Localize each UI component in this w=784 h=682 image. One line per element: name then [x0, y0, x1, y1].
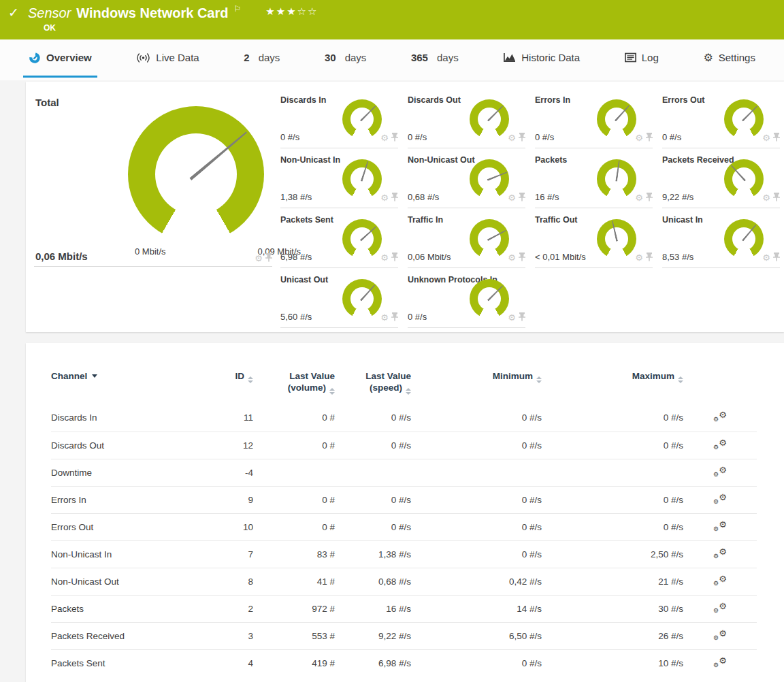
pin-icon[interactable] [773, 252, 780, 264]
column-header-last-value-speed[interactable]: Last Value (speed) [335, 355, 411, 404]
table-row[interactable]: Errors Out 10 0 # 0 #/s 0 #/s 0 #/s ⚙⚙ [51, 513, 757, 540]
channel-name[interactable]: Discards In [51, 404, 211, 432]
star-icon[interactable]: ☆ [308, 5, 318, 17]
table-row[interactable]: Errors In 9 0 # 0 #/s 0 #/s 0 #/s ⚙⚙ [51, 486, 757, 513]
table-row[interactable]: Packets Received 3 553 # 9,22 #/s 6,50 #… [51, 622, 757, 649]
star-icon[interactable]: ★ [276, 5, 287, 17]
gauge-settings-icon[interactable]: ⚙ [255, 255, 263, 263]
channel-name[interactable]: Downtime [51, 459, 211, 486]
channel-gauge-cell[interactable]: Traffic Out < 0,01 Mbit/s ⚙ [535, 208, 653, 268]
tab-overview[interactable]: Overview [23, 39, 97, 78]
priority-stars[interactable]: ★★★☆☆ [265, 4, 318, 19]
pin-icon[interactable] [519, 312, 525, 324]
gauge-settings-icon[interactable]: ⚙ [508, 314, 516, 322]
column-header-last-value-volume[interactable]: Last Value (volume) [253, 355, 335, 404]
table-row[interactable]: Packets Sent 4 419 # 6,98 #/s 0 #/s 10 #… [51, 649, 757, 677]
pin-icon[interactable] [391, 192, 398, 204]
channel-gauge-cell[interactable]: Unknown Protocols In 0 #/s ⚙ [408, 268, 525, 328]
gauge-settings-icon[interactable]: ⚙ [762, 194, 770, 202]
channel-settings-gears-icon[interactable]: ⚙⚙ [713, 466, 727, 478]
column-header-channel[interactable]: Channel [51, 355, 211, 404]
channel-name[interactable]: Errors Out [51, 513, 211, 540]
channel-gauge-cell[interactable]: Packets 16 #/s ⚙ [535, 148, 653, 208]
tab-live-data[interactable]: Live Data [131, 39, 204, 78]
gauge-settings-icon[interactable]: ⚙ [762, 254, 770, 262]
channel-settings-gears-icon[interactable]: ⚙⚙ [713, 656, 727, 668]
channel-id: 10 [211, 513, 253, 540]
tab-settings[interactable]: ⚙ Settings [698, 39, 761, 78]
gauge-settings-icon[interactable]: ⚙ [380, 314, 389, 322]
pin-icon[interactable] [646, 252, 653, 264]
gauge-settings-icon[interactable]: ⚙ [508, 254, 516, 262]
flag-icon[interactable]: ⚐ [233, 5, 241, 13]
channel-settings-gears-icon[interactable]: ⚙⚙ [713, 547, 727, 559]
channel-settings-gears-icon[interactable]: ⚙⚙ [713, 438, 727, 451]
channel-gauge-cell[interactable]: Unicast Out 5,60 #/s ⚙ [280, 268, 398, 328]
channel-gauge-cell[interactable]: Packets Received 9,22 #/s ⚙ [662, 148, 780, 208]
channel-settings-gears-icon[interactable]: ⚙⚙ [713, 629, 727, 641]
pin-icon[interactable] [519, 132, 525, 144]
pin-icon[interactable] [391, 252, 398, 264]
channel-name[interactable]: Packets Received [51, 622, 211, 649]
table-row[interactable]: Discards Out 12 0 # 0 #/s 0 #/s 0 #/s ⚙⚙ [51, 432, 757, 459]
channel-name[interactable]: Errors In [51, 486, 211, 513]
gauge-settings-icon[interactable]: ⚙ [635, 254, 643, 262]
pin-icon[interactable] [265, 253, 272, 265]
table-row[interactable]: Discards In 11 0 # 0 #/s 0 #/s 0 #/s ⚙⚙ [51, 404, 757, 432]
channel-gauge-cell[interactable]: Discards In 0 #/s ⚙ [280, 88, 398, 148]
gauge-settings-icon[interactable]: ⚙ [508, 134, 516, 142]
tab-30-days[interactable]: 30 days [319, 39, 372, 78]
channel-name[interactable]: Non-Unicast Out [51, 568, 211, 595]
channel-gauge-cell[interactable]: Traffic In 0,06 Mbit/s ⚙ [408, 208, 525, 268]
star-icon[interactable]: ★ [287, 5, 297, 17]
gauge-settings-icon[interactable]: ⚙ [635, 134, 643, 142]
pin-icon[interactable] [773, 132, 780, 144]
channel-gauge-cell[interactable]: Discards Out 0 #/s ⚙ [408, 88, 525, 148]
channel-gauge-cell[interactable]: Non-Unicast In 1,38 #/s ⚙ [280, 148, 398, 208]
pin-icon[interactable] [646, 192, 653, 204]
tab-log[interactable]: Log [619, 39, 664, 78]
channel-gauge-cell[interactable]: Errors Out 0 #/s ⚙ [662, 88, 780, 148]
table-row[interactable]: Non-Unicast In 7 83 # 1,38 #/s 0 #/s 2,5… [51, 540, 757, 568]
column-header-maximum[interactable]: Maximum [542, 355, 683, 404]
gauge-settings-icon[interactable]: ⚙ [762, 134, 770, 142]
channel-gauge-label: Unicast Out [280, 275, 328, 285]
tab-2-days[interactable]: 2 days [238, 39, 285, 78]
channel-name[interactable]: Packets Sent [51, 649, 211, 677]
channel-gauge-cell[interactable]: Unicast In 8,53 #/s ⚙ [662, 208, 780, 268]
gauge-settings-icon[interactable]: ⚙ [508, 194, 516, 202]
sort-icon [406, 388, 411, 395]
pin-icon[interactable] [519, 192, 525, 204]
channel-name[interactable]: Non-Unicast In [51, 540, 211, 568]
gauge-settings-icon[interactable]: ⚙ [635, 194, 643, 202]
table-row[interactable]: Downtime -4 ⚙⚙ [51, 459, 757, 486]
channel-settings-gears-icon[interactable]: ⚙⚙ [713, 493, 727, 505]
gauge-settings-icon[interactable]: ⚙ [380, 134, 389, 142]
total-gauge-cell[interactable]: Total 0 Mbit/s 0,09 Mbit/s 0,06 Mbit/s ⚙ [34, 88, 272, 267]
table-row[interactable]: Packets 2 972 # 16 #/s 14 #/s 30 #/s ⚙⚙ [51, 595, 757, 622]
pin-icon[interactable] [391, 312, 398, 324]
gauges-panel: Total 0 Mbit/s 0,09 Mbit/s 0,06 Mbit/s ⚙… [26, 82, 784, 332]
table-row[interactable]: Non-Unicast Out 8 41 # 0,68 #/s 0,42 #/s… [51, 568, 757, 595]
channel-gauge-cell[interactable]: Errors In 0 #/s ⚙ [535, 88, 653, 148]
channel-gauge-cell[interactable]: Packets Sent 6,98 #/s ⚙ [280, 208, 398, 268]
channel-name[interactable]: Packets [51, 595, 211, 622]
tab-historic-data[interactable]: Historic Data [497, 39, 585, 78]
channel-settings-gears-icon[interactable]: ⚙⚙ [713, 574, 727, 587]
pin-icon[interactable] [646, 132, 653, 144]
channel-name[interactable]: Discards Out [51, 432, 211, 459]
channel-settings-gears-icon[interactable]: ⚙⚙ [713, 520, 727, 532]
tab-365-days[interactable]: 365 days [406, 39, 464, 78]
channel-settings-gears-icon[interactable]: ⚙⚙ [713, 602, 727, 614]
column-header-id[interactable]: ID [211, 355, 253, 404]
channel-gauge-cell[interactable]: Non-Unicast Out 0,68 #/s ⚙ [408, 148, 525, 208]
pin-icon[interactable] [519, 252, 525, 264]
star-icon[interactable]: ★ [265, 5, 276, 17]
gauge-settings-icon[interactable]: ⚙ [380, 194, 389, 202]
channel-settings-gears-icon[interactable]: ⚙⚙ [713, 410, 727, 423]
pin-icon[interactable] [391, 132, 398, 144]
pin-icon[interactable] [773, 192, 780, 204]
gauge-settings-icon[interactable]: ⚙ [380, 254, 389, 262]
star-icon[interactable]: ☆ [297, 5, 308, 17]
column-header-minimum[interactable]: Minimum [411, 355, 542, 404]
